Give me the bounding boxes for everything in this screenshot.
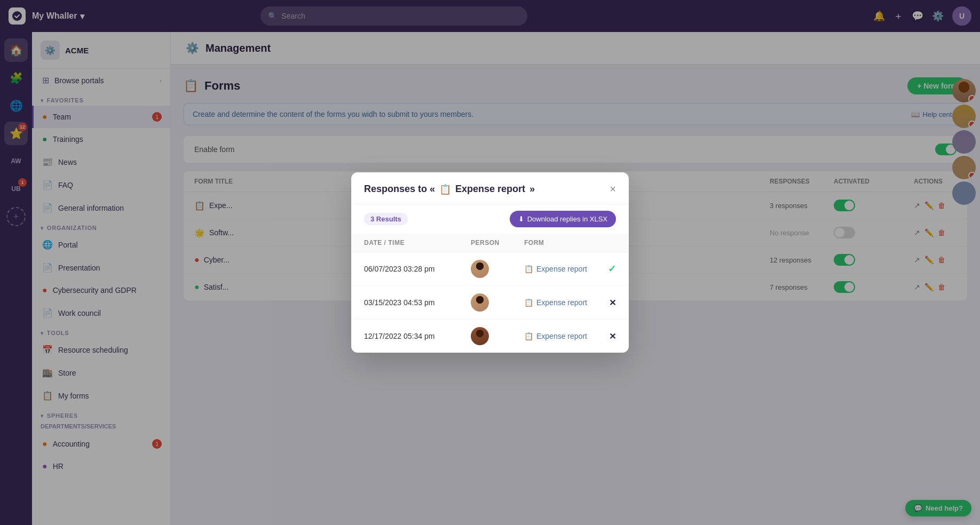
response-status: ✓ — [595, 263, 616, 275]
responses-modal: Responses to « 📋 Expense report » × 3 Re… — [351, 172, 629, 353]
response-date: 03/15/2023 04:53 pm — [364, 298, 471, 307]
modal-title-form: Expense report — [455, 184, 525, 195]
modal-close-button[interactable]: × — [610, 183, 616, 195]
response-person — [471, 260, 524, 278]
modal-title-prefix: Responses to « — [364, 184, 435, 195]
response-form-label: Expense report — [536, 265, 587, 273]
form-cell-icon: 📋 — [524, 332, 533, 340]
response-status: ✕ — [595, 298, 616, 308]
response-form[interactable]: 📋 Expense report — [524, 265, 595, 273]
modal-table-row: 03/15/2023 04:53 pm 📋 Expense report ✕ — [351, 286, 629, 320]
status-x-icon: ✕ — [609, 331, 616, 341]
modal-title-icon: 📋 — [439, 184, 451, 195]
response-form-label: Expense report — [536, 298, 587, 307]
form-cell-icon: 📋 — [524, 298, 533, 307]
download-icon: ⬇ — [518, 215, 524, 223]
download-label: Download replies in XLSX — [527, 215, 607, 223]
response-form[interactable]: 📋 Expense report — [524, 332, 595, 340]
modal-overlay[interactable]: Responses to « 📋 Expense report » × 3 Re… — [0, 0, 980, 525]
response-date: 12/17/2022 05:34 pm — [364, 332, 471, 340]
modal-table-row: 06/07/2023 03:28 pm 📋 Expense report ✓ — [351, 252, 629, 286]
modal-header: Responses to « 📋 Expense report » × — [351, 172, 629, 204]
download-xlsx-button[interactable]: ⬇ Download replies in XLSX — [510, 211, 616, 227]
modal-table-row: 12/17/2022 05:34 pm 📋 Expense report ✕ — [351, 320, 629, 353]
modal-toolbar: 3 Results ⬇ Download replies in XLSX — [351, 204, 629, 234]
form-cell-icon: 📋 — [524, 265, 533, 273]
modal-title: Responses to « 📋 Expense report » — [364, 184, 535, 195]
response-person — [471, 327, 524, 345]
modal-table: Date / time Person Form 06/07/2023 03:28… — [351, 234, 629, 353]
status-check-icon: ✓ — [608, 263, 616, 275]
response-date: 06/07/2023 03:28 pm — [364, 265, 471, 273]
modal-col-form: Form — [524, 239, 595, 246]
person-avatar — [471, 327, 489, 345]
modal-table-header: Date / time Person Form — [351, 234, 629, 252]
status-x-icon: ✕ — [609, 298, 616, 308]
modal-col-date: Date / time — [364, 239, 471, 246]
modal-col-person: Person — [471, 239, 524, 246]
person-avatar — [471, 260, 489, 278]
results-badge: 3 Results — [364, 213, 408, 225]
response-form-label: Expense report — [536, 332, 587, 340]
modal-col-status — [595, 239, 616, 246]
modal-title-suffix: » — [529, 184, 535, 195]
response-status: ✕ — [595, 331, 616, 341]
response-form[interactable]: 📋 Expense report — [524, 298, 595, 307]
person-avatar — [471, 293, 489, 312]
response-person — [471, 293, 524, 312]
